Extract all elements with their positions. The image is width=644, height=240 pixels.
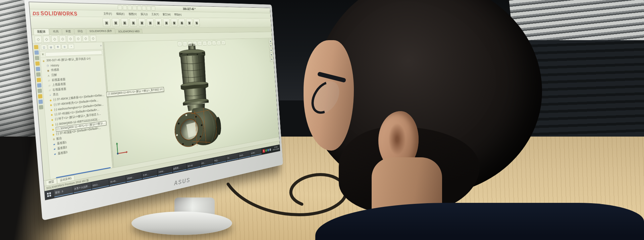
ribbon-icon[interactable]: ▣ xyxy=(129,18,137,27)
tree-item-label: 前视基准面 xyxy=(52,77,65,82)
chevron-right-icon[interactable]: » xyxy=(100,44,102,48)
quick-access-icon[interactable]: open-icon xyxy=(122,5,127,10)
command-tab[interactable]: 布局 xyxy=(49,28,62,34)
vertical-toolbar-icon[interactable] xyxy=(36,72,41,77)
task-pane-icon[interactable]: ▣ xyxy=(270,53,273,57)
task-pane-icon[interactable]: ▣ xyxy=(270,48,273,52)
tree-item-icon: ▰ xyxy=(53,152,57,156)
ribbon-icon[interactable]: ▣ xyxy=(186,19,193,27)
configuration-manager-icon[interactable]: ⚙ xyxy=(55,44,61,50)
taskbar-item[interactable]: 327-45 xyxy=(186,161,200,169)
ribbon-icon[interactable]: ▣ xyxy=(102,18,111,27)
assembly-tool-icon[interactable]: ◇ xyxy=(51,35,58,42)
heads-up-icon[interactable]: ◌ xyxy=(198,41,202,46)
heads-up-icon[interactable]: ◌ xyxy=(217,41,221,45)
ribbon-icon[interactable]: ▣ xyxy=(194,19,200,26)
command-tab[interactable]: 评估 xyxy=(74,28,86,34)
menu-item[interactable]: 帮助(H) xyxy=(172,12,183,17)
assembly-tool-icon[interactable]: ◇ xyxy=(90,35,97,42)
command-tab[interactable]: 草图 xyxy=(62,28,74,34)
tree-item-icon: ◈ xyxy=(42,59,45,63)
vertical-toolbar-icon[interactable] xyxy=(37,83,41,88)
task-pane-icon[interactable]: ▣ xyxy=(269,44,272,48)
heads-up-icon[interactable]: ◌ xyxy=(207,41,212,45)
quick-access-icon[interactable]: rebuild-icon xyxy=(142,6,146,10)
vertical-toolbar-icon[interactable] xyxy=(37,78,41,82)
ribbon-icon[interactable]: ▣ xyxy=(155,18,162,27)
menu-item[interactable]: 工具(T) xyxy=(150,12,161,17)
ribbon-icon[interactable]: ▣ xyxy=(138,18,146,27)
ribbon-icon[interactable]: ▣ xyxy=(147,18,154,27)
tree-item-icon: ▰ xyxy=(53,148,56,151)
heads-up-icon[interactable]: ◌ xyxy=(212,41,216,45)
tree-item-icon: ▱ xyxy=(48,89,51,92)
taskbar-item[interactable]: 曲鲁斯… xyxy=(172,164,187,173)
vertical-toolbar-icon[interactable] xyxy=(35,56,39,60)
menu-item[interactable]: 编辑(E) xyxy=(114,11,126,16)
vertical-toolbar-icon[interactable] xyxy=(39,105,43,109)
tree-item-label: 原点 xyxy=(53,93,59,97)
ribbon-icon[interactable]: ▣ xyxy=(171,18,178,26)
quick-access-toolbar: select-arrow-iconopen-iconsave-iconprint… xyxy=(117,5,155,10)
ds-logo-mark: DS xyxy=(32,10,40,16)
menu-item[interactable]: 视图(V) xyxy=(126,11,139,17)
vertical-toolbar-icon[interactable] xyxy=(37,89,42,93)
heads-up-icon[interactable]: ◌ xyxy=(193,41,197,46)
filter-funnel-icon[interactable]: ▼ xyxy=(41,53,44,56)
tree-item-label: 配合 xyxy=(56,136,62,141)
ribbon-icon[interactable]: ▣ xyxy=(163,18,170,26)
tree-item-icon: ◆ xyxy=(49,98,52,102)
start-button[interactable] xyxy=(45,189,54,200)
selected-component-tooltip: (-) 300WQ800-12-45YL<1> (默认 <<默认>_显示状态 1… xyxy=(106,87,164,97)
assembly-tool-icon[interactable]: ◇ xyxy=(67,35,74,42)
display-manager-icon[interactable]: ◔ xyxy=(68,44,74,49)
menu-item[interactable]: 文件(F) xyxy=(101,11,114,16)
tree-item-label: 基准面3 xyxy=(58,150,68,156)
tree-item-icon: ◆ xyxy=(50,113,53,116)
task-pane-dock: ▣▣▣▣▣ xyxy=(268,38,274,62)
vertical-toolbar-icon[interactable] xyxy=(38,94,42,98)
quick-access-icon[interactable]: select-arrow-icon xyxy=(117,5,122,10)
tree-item-icon: ▱ xyxy=(48,84,51,87)
heads-up-icon[interactable]: ◌ xyxy=(202,41,207,46)
assembly-tool-icon[interactable]: ◇ xyxy=(59,35,66,42)
tree-item-icon: ◆ xyxy=(51,128,55,131)
command-tab[interactable]: SOLIDWORKS 插件 xyxy=(86,28,115,34)
dimxpert-manager-icon[interactable]: ◎ xyxy=(61,44,68,49)
pump-3d-model[interactable] xyxy=(159,43,229,155)
document-title: 300-327-45 * xyxy=(183,7,196,10)
quick-access-icon[interactable]: undo-icon xyxy=(137,5,142,10)
command-tab[interactable]: 装配体 xyxy=(33,28,49,35)
vertical-toolbar-icon[interactable] xyxy=(35,61,40,66)
assembly-tool-icon[interactable]: ◇ xyxy=(43,35,50,43)
heads-up-icon[interactable]: ◌ xyxy=(177,42,182,47)
assembly-tool-icon[interactable]: ◇ xyxy=(75,35,82,42)
vertical-toolbar-icon[interactable] xyxy=(34,45,39,49)
tree-item-icon: ⊚ xyxy=(52,138,55,141)
ribbon-icon[interactable]: ▣ xyxy=(112,18,120,27)
vertical-toolbar-icon[interactable] xyxy=(34,51,39,55)
assembly-tool-icon[interactable]: ◇ xyxy=(82,35,89,42)
feature-manager-icon[interactable]: ◫ xyxy=(41,45,47,50)
tree-item-icon: ▱ xyxy=(47,79,51,82)
ribbon-icon[interactable]: ▣ xyxy=(121,18,129,27)
quick-access-icon[interactable]: file-properties-icon xyxy=(147,6,151,10)
property-manager-icon[interactable]: ▤ xyxy=(48,44,54,50)
tree-item-icon: ◆ xyxy=(51,118,54,122)
heads-up-icon[interactable]: ◌ xyxy=(221,40,225,45)
task-pane-icon[interactable]: ▣ xyxy=(270,57,273,61)
heads-up-icon[interactable]: ◌ xyxy=(182,41,187,46)
heads-up-icon[interactable]: ◌ xyxy=(187,41,192,46)
vertical-toolbar-icon[interactable] xyxy=(38,99,43,104)
menu-item[interactable]: 窗口(W) xyxy=(161,12,173,17)
ribbon-icon[interactable]: ▣ xyxy=(178,19,185,27)
assembly-tool-icon[interactable]: ◇ xyxy=(35,35,42,43)
command-tab[interactable]: SOLIDWORKS MBD xyxy=(115,29,143,34)
tree-item-icon: ◆ xyxy=(52,133,55,136)
task-pane-icon[interactable]: ▣ xyxy=(269,39,272,43)
menu-item[interactable]: 插入(I) xyxy=(139,12,150,17)
quick-access-icon[interactable]: save-icon xyxy=(127,5,132,10)
quick-access-icon[interactable]: options-icon xyxy=(151,6,155,10)
vertical-toolbar-icon[interactable] xyxy=(36,67,40,71)
quick-access-icon[interactable]: print-icon xyxy=(132,5,137,10)
